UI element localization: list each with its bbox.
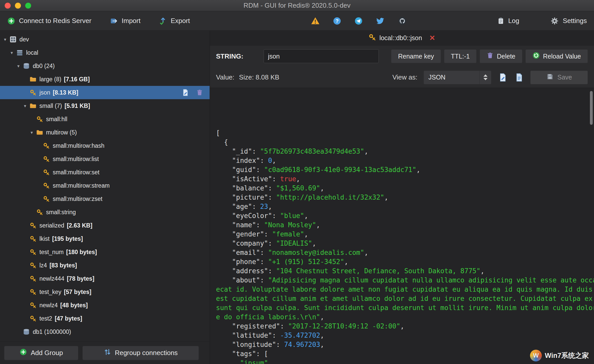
editor-line: "email": "nonamosley@idealis.com", bbox=[216, 248, 594, 257]
regroup-connections-button[interactable]: Regroup connections bbox=[82, 346, 199, 360]
delete-key-icon[interactable] bbox=[195, 89, 204, 96]
editor-line: sunt qui culpa culpa. Sunt incididunt cu… bbox=[216, 303, 594, 312]
expander-icon[interactable]: ▼ bbox=[8, 51, 15, 55]
key-icon bbox=[42, 142, 51, 149]
tree-indent bbox=[0, 305, 21, 305]
connect-button[interactable]: Connect to Redis Server bbox=[7, 17, 91, 25]
tree-item-test_key[interactable]: test_key[57 bytes] bbox=[0, 285, 210, 299]
scrollbar-thumb[interactable] bbox=[590, 91, 593, 125]
tree-item-size: [47 bytes] bbox=[55, 315, 82, 322]
export-button[interactable]: Export bbox=[159, 17, 190, 25]
tree-item-small-string[interactable]: small:string bbox=[0, 206, 210, 219]
tab-key-json[interactable]: local::db0::json ✕ bbox=[369, 33, 435, 43]
view-as-select[interactable]: JSON bbox=[424, 71, 491, 84]
tree-item-dev[interactable]: ▼dev bbox=[0, 33, 210, 46]
import-button[interactable]: Import bbox=[110, 17, 141, 25]
telegram-icon[interactable] bbox=[354, 17, 363, 25]
tree-item-local[interactable]: ▼local bbox=[0, 46, 210, 59]
tree-item-label: small:string bbox=[46, 209, 76, 216]
add-group-button[interactable]: Add Group bbox=[4, 346, 78, 360]
key-icon bbox=[29, 315, 37, 322]
tree-item-label: test_num bbox=[39, 249, 64, 256]
tree-item-small-multirow-zset[interactable]: small:multirow:zset bbox=[0, 192, 210, 206]
tree-item-test_num[interactable]: test_num[180 bytes] bbox=[0, 245, 210, 259]
minimize-window-button[interactable] bbox=[15, 3, 21, 9]
key-icon bbox=[42, 182, 51, 189]
gear-icon bbox=[550, 16, 559, 26]
ttl-button[interactable]: TTL:-1 bbox=[444, 49, 477, 63]
tree-indent bbox=[0, 79, 21, 79]
tree-item-newlz4[interactable]: newlz4[48 bytes] bbox=[0, 299, 210, 312]
key-icon bbox=[35, 116, 44, 123]
tree-item-serialized[interactable]: serialized[2.63 KB] bbox=[0, 219, 210, 232]
editor-line: "latitude": -35.472702, bbox=[216, 331, 594, 340]
tree-indent bbox=[0, 332, 15, 332]
tree-indent bbox=[0, 199, 35, 199]
help-icon[interactable]: ? bbox=[333, 17, 341, 25]
value-header: Value: Size: 8.08 KB View as: JSON bbox=[210, 67, 594, 88]
close-window-button[interactable] bbox=[5, 3, 11, 9]
tree-indent bbox=[0, 279, 21, 279]
tab-bar: local::db0::json ✕ bbox=[210, 31, 594, 46]
editor-line: "_id": "5f7b26973c483ea3479d4e53", bbox=[216, 147, 594, 156]
tree-item-small-multirow-stream[interactable]: small:multirow:stream bbox=[0, 179, 210, 192]
twitter-icon[interactable] bbox=[376, 16, 385, 26]
expander-icon[interactable]: ▼ bbox=[28, 130, 35, 135]
tree-item-small-multirow-hash[interactable]: small:multirow:hash bbox=[0, 139, 210, 152]
tree-item-json[interactable]: json[8.13 KB] bbox=[0, 86, 210, 99]
zoom-window-button[interactable] bbox=[25, 3, 31, 9]
settings-button[interactable]: Settings bbox=[550, 16, 587, 26]
editor-line: "isActive": true, bbox=[216, 174, 594, 184]
tree-item-small-multirow-set[interactable]: small:multirow:set bbox=[0, 166, 210, 179]
tree-indent bbox=[0, 93, 21, 93]
tree-item-label: newlz4 bbox=[39, 302, 58, 309]
tree-item-multirow[interactable]: ▼multirow (5) bbox=[0, 126, 210, 139]
key-name-input[interactable] bbox=[264, 49, 379, 63]
edit-key-icon[interactable] bbox=[181, 89, 190, 96]
settings-button-label: Settings bbox=[563, 17, 587, 25]
editor-line: { bbox=[216, 138, 594, 147]
tree-indent bbox=[0, 146, 35, 146]
save-button-label: Save bbox=[557, 74, 572, 81]
tree-item-db1[interactable]: db1 (1000000) bbox=[0, 325, 210, 338]
editor-line: "picture": "http://placehold.it/32x32", bbox=[216, 193, 594, 202]
tree-item-small[interactable]: ▼small (7)[5.91 KB] bbox=[0, 99, 210, 112]
tree-item-test2[interactable]: test2[47 bytes] bbox=[0, 312, 210, 325]
tree-item-large[interactable]: large (8)[7.16 GB] bbox=[0, 73, 210, 86]
tree-item-size: [8.13 KB] bbox=[53, 89, 78, 96]
tree-item-newlz444[interactable]: newlz444[78 bytes] bbox=[0, 272, 210, 285]
expander-icon[interactable]: ▼ bbox=[2, 37, 9, 42]
rename-key-button[interactable]: Rename key bbox=[391, 49, 441, 63]
folder-icon bbox=[35, 129, 44, 136]
export-button-label: Export bbox=[171, 17, 190, 25]
tree-item-db0[interactable]: ▼db0 (24) bbox=[0, 59, 210, 73]
value-editor[interactable]: W Win7系统之家 [ { "_id": "5f7b26973c483ea34… bbox=[210, 88, 594, 364]
db-icon bbox=[22, 328, 31, 335]
github-icon[interactable] bbox=[398, 16, 407, 26]
reload-value-button[interactable]: Reload Value bbox=[525, 49, 588, 63]
tree-item-label: small:multirow:hash bbox=[53, 142, 104, 149]
expander-icon[interactable]: ▼ bbox=[15, 64, 22, 68]
tree-item-label: small:multirow:zset bbox=[53, 196, 102, 202]
tree-item-size: [78 bytes] bbox=[67, 275, 94, 282]
key-icon bbox=[29, 302, 37, 309]
key-icon bbox=[29, 89, 37, 96]
close-tab-icon[interactable]: ✕ bbox=[429, 35, 435, 42]
tree-indent bbox=[0, 53, 8, 53]
tree-item-small-hll[interactable]: small:hll bbox=[0, 112, 210, 126]
tree-item-lz4[interactable]: lz4[83 bytes] bbox=[0, 259, 210, 272]
editor-line: "registered": "2017-12-28T10:49:12 -02:0… bbox=[216, 322, 594, 331]
tree-item-db2[interactable]: db2 (0) bbox=[0, 338, 210, 342]
tree-item-small-multirow-list[interactable]: small:multirow:list bbox=[0, 152, 210, 166]
save-button[interactable]: Save bbox=[530, 71, 588, 84]
load-from-file-icon[interactable] bbox=[514, 73, 524, 82]
warning-icon[interactable] bbox=[311, 16, 320, 26]
reload-icon bbox=[532, 52, 540, 61]
expander-icon[interactable]: ▼ bbox=[21, 104, 29, 108]
log-button[interactable]: Log bbox=[497, 17, 519, 25]
tree-item-size: [83 bytes] bbox=[49, 262, 77, 269]
edit-value-icon[interactable] bbox=[498, 73, 508, 82]
editor-line: [ bbox=[216, 128, 594, 138]
tree-item-lkist[interactable]: lkist[195 bytes] bbox=[0, 232, 210, 245]
delete-key-button[interactable]: Delete bbox=[480, 49, 522, 63]
